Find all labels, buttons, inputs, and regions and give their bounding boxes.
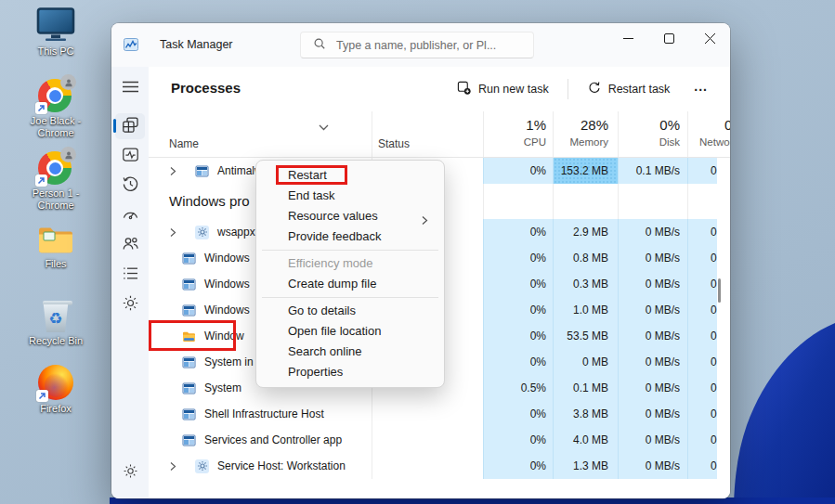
- app-window-icon: [182, 304, 196, 317]
- desktop-icon-chrome-joe[interactable]: Joe Black - Chrome: [0, 77, 111, 139]
- table-row[interactable]: Shell Infrastructure Host0%3.8 MB0 MB/s0: [149, 401, 730, 427]
- desktop-icon-files[interactable]: Files: [0, 225, 111, 270]
- network-cell: 0: [687, 375, 717, 401]
- gear-icon: [195, 226, 209, 239]
- desktop-icon-recycle-bin[interactable]: ♻Recycle Bin: [0, 297, 111, 347]
- disk-cell: 0 MB/s: [618, 375, 687, 401]
- desktop-icon-chrome-p1[interactable]: Person 1 - Chrome: [0, 149, 111, 212]
- close-button[interactable]: [689, 23, 730, 53]
- cpu-cell: 0%: [483, 453, 553, 479]
- disk-cell: 0 MB/s: [618, 453, 687, 479]
- process-name: System: [204, 381, 241, 394]
- restart-icon: [587, 81, 601, 97]
- process-name: Service Host: Workstation: [217, 459, 346, 472]
- process-name: Windows: [204, 278, 250, 291]
- menu-item-provide-feedback[interactable]: Provide feedback: [261, 226, 439, 247]
- cpu-cell: 0%: [483, 158, 553, 184]
- memory-cell: 1.0 MB: [553, 297, 618, 323]
- memory-cell: 0.3 MB: [553, 271, 618, 297]
- menu-item-create-dump-file[interactable]: Create dump file: [261, 274, 439, 294]
- sidebar-item-processes[interactable]: [111, 111, 149, 141]
- memory-cell: 53.5 MB: [553, 323, 618, 349]
- shortcut-arrow-icon: [35, 174, 47, 187]
- process-name: System in: [204, 355, 254, 368]
- vertical-scrollbar[interactable]: [718, 278, 721, 303]
- desktop-icon-label: This PC: [37, 45, 73, 58]
- disk-cell: 0.1 MB/s: [618, 158, 687, 184]
- menu-item-resource-values[interactable]: Resource values: [261, 206, 439, 226]
- sidebar-item-details[interactable]: [111, 260, 149, 290]
- desktop-icon-label: Firefox: [40, 403, 72, 415]
- app-window-icon: [195, 164, 209, 178]
- network-cell: 0: [687, 401, 717, 427]
- column-header-name[interactable]: Name: [169, 137, 199, 150]
- menu-separator: [262, 250, 438, 251]
- details-icon: [122, 265, 139, 286]
- menu-separator: [262, 297, 438, 298]
- cpu-cell: 0%: [483, 349, 553, 375]
- expand-chevron-icon[interactable]: [169, 227, 182, 238]
- memory-cell: 0.1 MB: [553, 375, 618, 401]
- window-title: Task Manager: [160, 38, 233, 51]
- menu-item-search-online[interactable]: Search online: [261, 342, 439, 362]
- sidebar-item-services[interactable]: [111, 290, 149, 319]
- profile-badge-icon: [60, 147, 76, 162]
- maximize-button[interactable]: [648, 23, 689, 53]
- sidebar-item-performance[interactable]: [111, 141, 149, 171]
- column-header-network[interactable]: 0%Network: [699, 111, 730, 158]
- disk-cell: 0 MB/s: [618, 427, 687, 453]
- memory-cell: 2.9 MB: [553, 219, 618, 245]
- column-header-memory[interactable]: 28%Memory: [553, 111, 608, 158]
- search-icon: [313, 37, 326, 54]
- restart-task-button[interactable]: Restart task: [580, 75, 678, 103]
- gear-icon: [195, 459, 209, 473]
- disk-cell: 0 MB/s: [618, 245, 687, 271]
- toolbar-divider: [568, 79, 568, 99]
- menu-item-open-file-location[interactable]: Open file location: [261, 321, 439, 342]
- search-box[interactable]: [300, 32, 534, 58]
- context-menu: RestartEnd taskResource valuesProvide fe…: [255, 160, 445, 388]
- gear-icon: [123, 463, 138, 483]
- cpu-cell: 0%: [483, 297, 553, 323]
- expand-chevron-icon[interactable]: [169, 461, 182, 472]
- page-toolbar: Processes Run new task Restart task ...: [149, 67, 730, 111]
- app-window-icon: [182, 355, 196, 369]
- network-cell: 0: [687, 427, 717, 453]
- disk-cell: 0 MB/s: [618, 323, 687, 349]
- navigation-menu-button[interactable]: [111, 72, 149, 104]
- run-new-task-icon: [457, 81, 471, 97]
- more-options-button[interactable]: ...: [686, 79, 715, 99]
- column-header-status[interactable]: Status: [378, 137, 410, 150]
- network-cell: 0: [687, 453, 717, 479]
- run-new-task-button[interactable]: Run new task: [450, 75, 556, 103]
- menu-item-end-task[interactable]: End task: [261, 186, 439, 206]
- group-label: Windows pro: [149, 184, 250, 219]
- table-row[interactable]: Services and Controller app0%4.0 MB0 MB/…: [149, 427, 730, 453]
- disk-cell: 0 MB/s: [618, 219, 687, 245]
- cpu-cell: 0%: [483, 271, 553, 297]
- annotation-box-explorer-row: [149, 320, 236, 351]
- menu-item-go-to-details[interactable]: Go to details: [261, 301, 439, 321]
- sidebar-item-startup-apps[interactable]: [111, 200, 149, 230]
- hamburger-icon: [123, 80, 138, 97]
- desktop-icon-this-pc[interactable]: This PC: [0, 7, 111, 58]
- sidebar-item-settings[interactable]: [111, 458, 149, 487]
- menu-item-properties[interactable]: Properties: [261, 362, 439, 382]
- column-header-disk[interactable]: 0%Disk: [618, 111, 680, 158]
- window-controls: [607, 23, 730, 53]
- network-cell: 0: [687, 245, 717, 271]
- desktop-icon-firefox[interactable]: Firefox: [0, 365, 111, 415]
- sidebar-item-users[interactable]: [111, 230, 149, 260]
- processes-icon: [122, 116, 139, 137]
- desktop-icon-label: Recycle Bin: [29, 335, 83, 347]
- search-input[interactable]: [336, 39, 522, 52]
- expand-chevron-icon[interactable]: [169, 166, 182, 176]
- table-row[interactable]: Service Host: Workstation0%1.3 MB0 MB/s0: [149, 453, 730, 479]
- sidebar-item-app-history[interactable]: [111, 171, 149, 200]
- status-cell: [372, 453, 483, 479]
- shortcut-arrow-icon: [35, 102, 47, 114]
- minimize-button[interactable]: [607, 23, 648, 53]
- column-header-cpu[interactable]: 1%CPU: [483, 111, 546, 158]
- sort-chevron-down-icon: [319, 118, 329, 135]
- memory-cell: 4.0 MB: [553, 427, 618, 453]
